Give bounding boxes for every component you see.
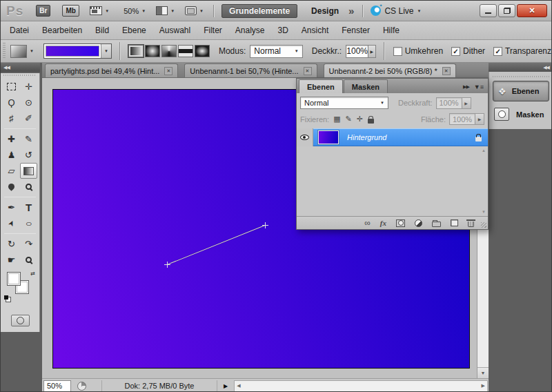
lock-transparency-icon[interactable]: ▦ xyxy=(333,115,340,124)
menu-hilfe[interactable]: Hilfe xyxy=(383,26,400,35)
tool-zoom[interactable] xyxy=(20,252,37,268)
scroll-down-icon[interactable]: ▼ xyxy=(482,210,486,214)
scroll-left-icon[interactable]: ◀ xyxy=(237,383,240,389)
arrange-documents-button[interactable]: ▼ xyxy=(156,6,175,15)
more-workspaces-button[interactable]: » xyxy=(348,5,353,17)
tools-collapse-button[interactable]: ◀◀ xyxy=(1,63,40,72)
menu-ebene[interactable]: Ebene xyxy=(122,26,146,35)
scroll-up-icon[interactable]: ▲ xyxy=(482,148,486,153)
layer-fill-spinner[interactable]: ▶ xyxy=(475,113,484,125)
umkehren-checkbox[interactable] xyxy=(393,47,402,56)
foreground-color-swatch[interactable] xyxy=(7,272,21,286)
menu-bild[interactable]: Bild xyxy=(95,26,109,35)
layer-list-empty-area[interactable]: ▲ ▼ xyxy=(297,146,488,216)
linear-gradient-button[interactable] xyxy=(128,45,144,57)
menu-fenster[interactable]: Fenster xyxy=(342,26,370,35)
restore-button[interactable] xyxy=(498,4,515,17)
link-layers-icon[interactable]: ∞ xyxy=(364,219,371,226)
lock-all-icon[interactable] xyxy=(368,119,374,124)
layer-visibility-toggle[interactable] xyxy=(297,128,313,146)
tool-3d-rotate[interactable]: ↻ xyxy=(3,236,20,252)
screen-mode-button[interactable]: ▼ xyxy=(185,6,204,15)
horizontal-scrollbar[interactable]: ◀ ▶ xyxy=(234,380,488,392)
dock-ebenen-button[interactable]: ❖ Ebenen xyxy=(493,81,549,101)
quick-mask-button[interactable] xyxy=(11,315,30,326)
scroll-right-icon[interactable]: ▶ xyxy=(482,383,485,389)
dock-collapse-button[interactable]: ◀◀ xyxy=(489,63,552,72)
tool-pen[interactable]: ✒ xyxy=(3,199,20,215)
dither-checkbox[interactable]: ✓ xyxy=(451,47,460,56)
tool-blur[interactable] xyxy=(3,179,20,195)
tool-type[interactable]: T xyxy=(20,199,37,215)
status-popup-arrow-icon[interactable]: ▶ xyxy=(224,383,228,389)
new-group-icon[interactable] xyxy=(432,222,441,227)
tool-dodge[interactable] xyxy=(20,179,37,195)
layer-style-icon[interactable]: fx xyxy=(380,219,386,227)
tool-crop[interactable]: ♯ xyxy=(3,110,20,126)
tab-partylights[interactable]: partylights.psd bei 49,4% (Hint... ✕ xyxy=(45,63,178,77)
tool-quick-selection[interactable]: ⊙ xyxy=(20,95,37,110)
transparenz-checkbox[interactable]: ✓ xyxy=(493,47,502,56)
reflected-gradient-button[interactable] xyxy=(178,45,193,57)
default-colors-icon[interactable] xyxy=(4,295,11,302)
tab-unbenannt-2[interactable]: Unbenannt-2 bei 50% (RGB/8) * ✕ xyxy=(324,63,456,77)
close-button[interactable]: ✕ xyxy=(517,4,547,17)
tool-preset-picker[interactable]: ▼ xyxy=(10,45,34,58)
diamond-gradient-button[interactable] xyxy=(195,45,210,57)
menu-ansicht[interactable]: Ansicht xyxy=(302,26,328,35)
panel-menu-icon[interactable]: ▼≡ xyxy=(474,84,484,90)
tool-spot-healing[interactable]: ✚ xyxy=(3,131,20,147)
status-zoom-field[interactable]: 50% xyxy=(43,380,71,392)
angle-gradient-button[interactable] xyxy=(161,45,177,57)
layer-fill-field[interactable]: 100% xyxy=(449,113,475,125)
layer-opacity-spinner[interactable]: ▶ xyxy=(462,97,471,109)
opacity-spinner[interactable]: ▶ xyxy=(368,45,376,58)
collapse-panel-icon[interactable]: ▶▶ xyxy=(463,84,469,90)
lock-paint-icon[interactable]: ✎ xyxy=(346,115,352,124)
tool-gradient[interactable] xyxy=(20,163,37,179)
tab-ebenen[interactable]: Ebenen xyxy=(299,79,343,93)
tool-brush[interactable]: ✎ xyxy=(20,131,37,147)
tool-clone-stamp[interactable]: ♟ xyxy=(3,147,20,163)
layer-blend-mode-select[interactable]: Normal ▼ xyxy=(300,97,388,109)
tab-unbenannt-1[interactable]: Unbenannt-1 bei 50,7% (Hinte... ✕ xyxy=(184,63,317,77)
dock-masken-button[interactable]: Masken xyxy=(494,108,548,121)
tool-lasso[interactable]: Ϙ xyxy=(3,95,20,110)
menu-auswahl[interactable]: Auswahl xyxy=(159,26,190,35)
tool-hand[interactable]: ☛ xyxy=(3,252,20,268)
tab-masken[interactable]: Masken xyxy=(344,79,388,93)
menu-datei[interactable]: Datei xyxy=(10,26,29,35)
layer-row-hintergrund[interactable]: Hintergrund xyxy=(297,128,488,146)
menu-bearbeiten[interactable]: Bearbeiten xyxy=(42,26,82,35)
zoom-level-control[interactable]: 50% ▼ xyxy=(119,7,146,15)
tool-eyedropper[interactable]: ✐ xyxy=(20,110,37,126)
menu-filter[interactable]: Filter xyxy=(204,26,222,35)
tool-rectangular-marquee[interactable] xyxy=(3,79,20,95)
tool-move[interactable]: ✛ xyxy=(20,79,37,95)
add-layer-mask-icon[interactable] xyxy=(396,219,405,227)
tool-ellipse-shape[interactable]: ○ xyxy=(20,215,37,231)
blend-mode-select[interactable]: Normal ▼ xyxy=(250,45,302,58)
lock-position-icon[interactable]: ✛ xyxy=(357,115,363,124)
layer-opacity-field[interactable]: 100% xyxy=(436,97,462,109)
delete-layer-icon[interactable] xyxy=(468,222,474,227)
radial-gradient-button[interactable] xyxy=(145,45,160,57)
mini-bridge-button[interactable]: Mb xyxy=(62,5,79,17)
menu-3d[interactable]: 3D xyxy=(278,26,288,35)
cs-live-menu[interactable]: CS Live ▼ xyxy=(371,6,421,16)
minimize-button[interactable] xyxy=(480,4,497,17)
workspace-grundelemente-button[interactable]: Grundelemente xyxy=(221,4,297,18)
scroll-down-icon[interactable]: ▼ xyxy=(477,367,489,378)
close-tab-icon[interactable]: ✕ xyxy=(164,67,172,75)
close-tab-icon[interactable]: ✕ xyxy=(304,67,312,75)
gradient-picker-arrow[interactable]: ▼ xyxy=(101,44,111,58)
tool-path-selection[interactable]: ➤ xyxy=(3,215,20,231)
new-layer-icon[interactable] xyxy=(451,219,458,226)
bridge-button[interactable]: Br xyxy=(36,5,50,17)
panel-resize-grip[interactable] xyxy=(481,222,486,228)
layer-thumbnail[interactable] xyxy=(318,130,339,144)
workspace-design-button[interactable]: Design xyxy=(304,4,346,18)
close-tab-icon[interactable]: ✕ xyxy=(442,67,451,75)
adjustment-layer-icon[interactable] xyxy=(415,219,422,227)
tool-eraser[interactable]: ▱ xyxy=(3,163,20,179)
